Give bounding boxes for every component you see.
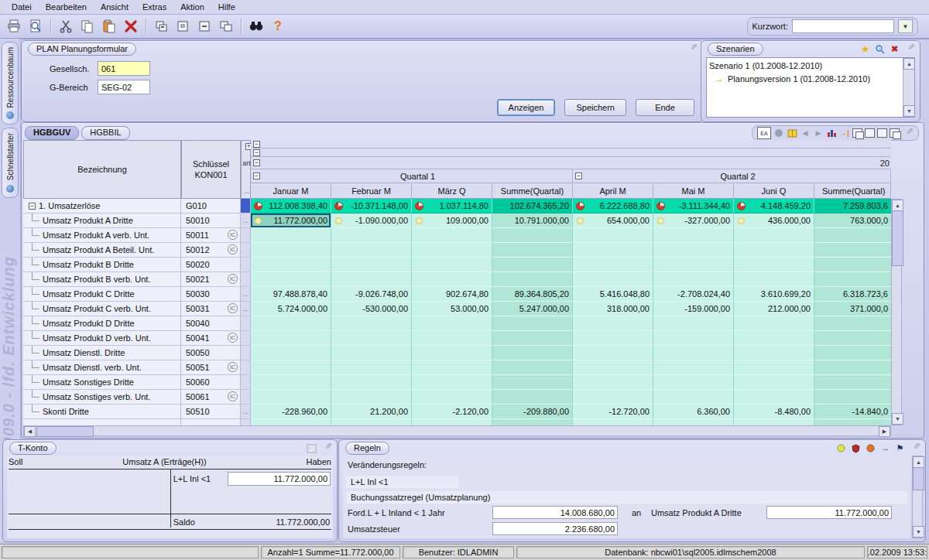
menu-item-hilfe[interactable]: Hilfe bbox=[211, 2, 242, 12]
value-cell[interactable] bbox=[251, 331, 331, 346]
value-cell[interactable] bbox=[573, 419, 653, 425]
value-cell[interactable]: -327.000,00 bbox=[653, 213, 734, 228]
maximize-window-icon[interactable] bbox=[173, 17, 193, 36]
row-name-cell[interactable]: Umsatz Produkt C verb. Unt. bbox=[23, 302, 181, 316]
value-cell[interactable] bbox=[331, 316, 412, 331]
scroll-up-icon[interactable]: ▲ bbox=[903, 58, 915, 70]
rule-row1-value2-field[interactable]: 11.772.000,00 bbox=[766, 506, 892, 519]
value-cell[interactable] bbox=[251, 258, 331, 272]
delete-icon[interactable] bbox=[121, 17, 141, 36]
value-cell[interactable]: 97.488.878,40 bbox=[251, 287, 331, 302]
szenarien-scrollbar[interactable]: ▲ ▼ bbox=[903, 58, 914, 117]
value-cell[interactable] bbox=[814, 272, 891, 287]
grid-vscrollbar[interactable]: ▲ ▼ bbox=[891, 199, 902, 425]
value-cell[interactable] bbox=[573, 360, 653, 375]
value-cell[interactable] bbox=[814, 419, 891, 425]
scroll-up-icon[interactable]: ▲ bbox=[913, 456, 924, 468]
run-arrow-icon[interactable]: → bbox=[879, 442, 891, 454]
row-art-cell[interactable] bbox=[241, 331, 251, 346]
scroll-left-icon[interactable]: ◀ bbox=[24, 426, 36, 437]
cascade-windows-icon[interactable] bbox=[151, 17, 171, 36]
row-name-cell[interactable]: Umsatz Sonstiges verb. Unt. bbox=[23, 390, 181, 405]
value-cell[interactable] bbox=[814, 316, 891, 331]
value-cell[interactable] bbox=[251, 390, 331, 405]
row-name-cell[interactable]: Umsatz Produkt D verb. Unt. bbox=[23, 331, 181, 346]
hscroll-thumb[interactable] bbox=[36, 426, 94, 437]
value-cell[interactable] bbox=[412, 272, 492, 287]
value-cell[interactable] bbox=[331, 258, 412, 272]
quartal-group-header[interactable]: −Quartal 2 bbox=[573, 169, 891, 183]
flag-icon[interactable]: ⚑ bbox=[894, 442, 906, 454]
value-cell[interactable]: -14.840,0 bbox=[814, 405, 891, 419]
rule-type[interactable]: Buchungssatzregel (Umsatzplanung) bbox=[346, 491, 907, 504]
value-cell[interactable] bbox=[814, 360, 891, 375]
speichern-button[interactable]: Speichern bbox=[564, 99, 626, 116]
value-cell[interactable]: 21.200,00 bbox=[331, 405, 412, 419]
value-cell[interactable] bbox=[251, 228, 331, 243]
value-cell[interactable] bbox=[331, 419, 412, 425]
row-key-cell[interactable]: 50012IC bbox=[181, 243, 241, 258]
column-header-0[interactable]: Januar M bbox=[251, 183, 331, 199]
magnifier-icon[interactable] bbox=[874, 43, 886, 55]
value-cell[interactable] bbox=[492, 419, 573, 425]
value-cell[interactable] bbox=[412, 243, 492, 258]
value-cell[interactable]: 7.259.803,6 bbox=[814, 199, 891, 213]
value-cell[interactable]: -228.960,00 bbox=[251, 405, 331, 419]
grid-hscrollbar[interactable]: ◀ ▶ bbox=[23, 425, 891, 436]
row-name-cell[interactable]: Umsatz Produkt C Dritte bbox=[23, 287, 181, 302]
value-cell[interactable] bbox=[734, 346, 814, 360]
value-cell[interactable] bbox=[814, 331, 891, 346]
value-cell[interactable] bbox=[492, 375, 573, 390]
value-cell[interactable] bbox=[331, 272, 412, 287]
row-name-cell[interactable]: Umsatz Dienstl. verb. Unt. bbox=[23, 360, 181, 375]
value-cell[interactable] bbox=[653, 258, 734, 272]
row-art-cell[interactable] bbox=[241, 272, 251, 287]
tile-windows-icon[interactable] bbox=[216, 17, 236, 36]
quartal-group-header[interactable]: −Quartal 1 bbox=[251, 169, 573, 183]
sidebar-tab-ressourcenbaum[interactable]: Ressourcenbaum bbox=[2, 42, 19, 125]
scroll-down-icon[interactable]: ▼ bbox=[913, 526, 924, 538]
copy-icon[interactable] bbox=[77, 17, 98, 36]
value-cell[interactable] bbox=[653, 316, 734, 331]
szenarien-list-item[interactable]: →Planungsversion 1 (01.2008-12.2010) bbox=[707, 72, 914, 85]
row-art-cell[interactable] bbox=[241, 346, 251, 360]
paste-icon[interactable] bbox=[99, 17, 119, 36]
value-cell[interactable] bbox=[814, 390, 891, 405]
rule-row1-value-field[interactable]: 14.008.680,00 bbox=[492, 506, 618, 519]
value-cell[interactable] bbox=[492, 331, 573, 346]
value-cell[interactable]: -530.000,00 bbox=[331, 302, 412, 316]
row-key-cell[interactable]: G010 bbox=[181, 199, 241, 213]
cascade-windows-icon[interactable] bbox=[852, 128, 862, 138]
value-cell[interactable] bbox=[653, 243, 734, 258]
rule-name[interactable]: L+L Inl <1 bbox=[346, 476, 459, 488]
value-cell[interactable] bbox=[734, 272, 814, 287]
row-name-cell[interactable]: Umsatz Produkt A Beteil. Unt. bbox=[23, 243, 181, 258]
value-cell[interactable]: -3.111.344,40 bbox=[653, 199, 734, 213]
value-cell[interactable]: 112.008.398,40 bbox=[251, 199, 331, 213]
row-name-cell[interactable]: Skonti Dritte bbox=[23, 405, 181, 419]
value-cell[interactable] bbox=[734, 228, 814, 243]
szenarien-panel-title[interactable]: Szenarien bbox=[708, 43, 763, 56]
value-cell[interactable] bbox=[331, 228, 412, 243]
row-art-cell[interactable] bbox=[241, 390, 251, 405]
row-art-cell[interactable] bbox=[241, 228, 251, 243]
collapse-icon[interactable]: − bbox=[253, 159, 260, 166]
value-cell[interactable] bbox=[653, 360, 734, 375]
value-cell[interactable] bbox=[492, 390, 573, 405]
row-art-cell[interactable] bbox=[241, 375, 251, 390]
row-key-cell[interactable]: 50061IC bbox=[181, 390, 241, 405]
row-key-cell[interactable]: 50041IC bbox=[181, 331, 241, 346]
value-cell[interactable] bbox=[734, 375, 814, 390]
value-cell[interactable] bbox=[492, 228, 573, 243]
kurzwort-input[interactable] bbox=[792, 19, 894, 33]
value-cell[interactable] bbox=[653, 375, 734, 390]
value-cell[interactable] bbox=[412, 390, 492, 405]
ea-icon[interactable]: EA bbox=[757, 127, 771, 139]
menu-item-datei[interactable]: Datei bbox=[5, 2, 39, 12]
value-cell[interactable]: 10.791.000,00 bbox=[492, 213, 573, 228]
value-cell[interactable] bbox=[653, 331, 734, 346]
column-header-7[interactable]: Summe(Quartal) bbox=[814, 183, 891, 199]
search-binoculars-icon[interactable] bbox=[246, 17, 266, 36]
value-cell[interactable] bbox=[492, 272, 573, 287]
value-cell[interactable] bbox=[814, 228, 891, 243]
